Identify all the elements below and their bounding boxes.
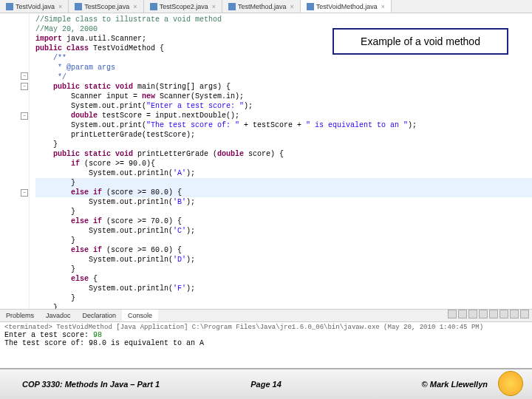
clear-console-icon[interactable] xyxy=(479,310,488,318)
close-icon[interactable]: × xyxy=(290,3,293,10)
footer-course: COP 3330: Methods In Java – Part 1 xyxy=(0,380,160,389)
console-line: The test score of: 98.0 is equivalent to… xyxy=(4,339,528,347)
java-file-icon xyxy=(75,3,82,10)
remove-all-icon[interactable] xyxy=(468,310,477,318)
declaration-tab[interactable]: Declaration xyxy=(77,310,123,321)
open-console-icon[interactable] xyxy=(520,310,529,318)
close-icon[interactable]: × xyxy=(58,3,62,10)
console-toolbar xyxy=(448,310,532,321)
java-file-icon xyxy=(6,3,13,10)
console-output[interactable]: <terminated> TestVoidMethod [Java Applic… xyxy=(0,322,532,358)
editor-tabs: TestVoid.java× TestScope.java× TestScope… xyxy=(0,0,532,13)
scroll-lock-icon[interactable] xyxy=(489,310,498,318)
java-file-icon xyxy=(307,3,314,10)
remove-launch-icon[interactable] xyxy=(458,310,467,318)
code-content: //Simple class to illustrate a void meth… xyxy=(0,13,532,309)
console-header: <terminated> TestVoidMethod [Java Applic… xyxy=(4,324,528,331)
tab-0[interactable]: TestVoid.java× xyxy=(0,0,69,13)
tab-4[interactable]: TestVoidMethod.java× xyxy=(301,0,392,13)
java-file-icon xyxy=(228,3,236,10)
ucf-logo-icon xyxy=(498,371,523,396)
tab-1[interactable]: TestScope.java× xyxy=(69,0,143,13)
close-icon[interactable]: × xyxy=(381,3,385,10)
problems-tab[interactable]: Problems xyxy=(0,310,40,321)
console-line: Enter a test score: 98 xyxy=(4,331,528,339)
console-tabs: Problems Javadoc Declaration Console xyxy=(0,309,532,322)
java-file-icon xyxy=(150,3,157,10)
close-icon[interactable]: × xyxy=(133,3,137,10)
callout-text: Example of a void method xyxy=(361,35,480,47)
console-tab[interactable]: Console xyxy=(122,310,158,321)
footer-page: Page 14 xyxy=(250,380,282,389)
annotation-callout: Example of a void method xyxy=(332,28,508,55)
pin-console-icon[interactable] xyxy=(499,310,508,318)
slide-footer: COP 3330: Methods In Java – Part 1 Page … xyxy=(0,368,532,399)
code-editor[interactable]: − − − − //Simple class to illustrate a v… xyxy=(0,13,532,309)
close-icon[interactable]: × xyxy=(212,3,216,10)
tab-3[interactable]: TestMethod.java× xyxy=(222,0,301,13)
terminate-icon[interactable] xyxy=(448,310,457,318)
tab-2[interactable]: TestScope2.java× xyxy=(144,0,222,13)
javadoc-tab[interactable]: Javadoc xyxy=(40,310,77,321)
display-console-icon[interactable] xyxy=(510,310,519,318)
